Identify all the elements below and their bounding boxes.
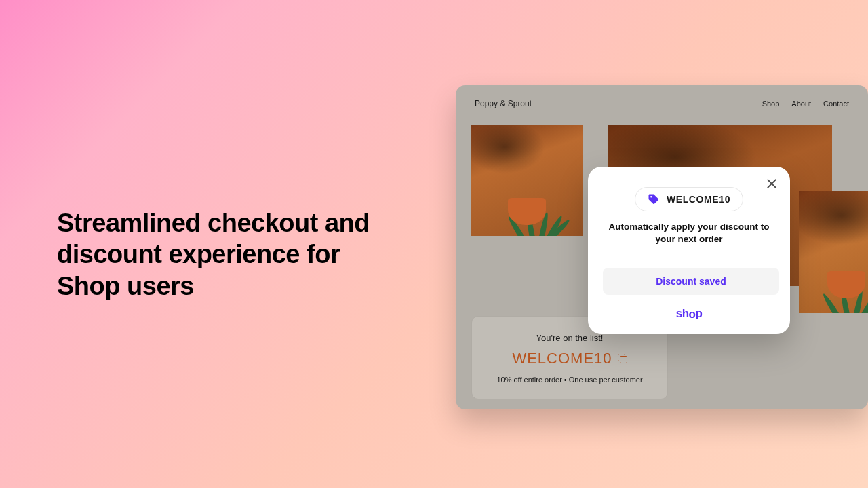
discount-chip: WELCOME10 [635, 187, 743, 211]
copy-icon[interactable] [618, 354, 627, 363]
nav-about[interactable]: About [791, 100, 811, 108]
product-tile[interactable] [799, 191, 868, 313]
confirmation-title: You're on the list! [481, 333, 658, 343]
divider [600, 258, 778, 258]
discount-saved-button[interactable]: Discount saved [603, 268, 779, 295]
product-tile[interactable] [471, 125, 583, 236]
confirmation-sub: 10% off entire order • One use per custo… [481, 375, 658, 384]
shop-logo: shop [603, 307, 775, 321]
store-brand: Poppy & Sprout [475, 99, 532, 108]
nav-contact[interactable]: Contact [823, 100, 849, 108]
svg-point-0 [650, 196, 652, 197]
store-nav: Shop About Contact [762, 100, 849, 108]
close-icon[interactable] [766, 178, 778, 190]
nav-shop[interactable]: Shop [762, 100, 780, 108]
storefront-header: Poppy & Sprout Shop About Contact [456, 85, 868, 118]
discount-chip-code: WELCOME10 [667, 194, 730, 205]
tag-icon [648, 193, 660, 205]
coupon-line: WELCOME10 [481, 350, 658, 367]
popup-description: Automatically apply your discount to you… [603, 221, 775, 245]
marketing-canvas: Streamlined checkout and discount experi… [0, 0, 868, 488]
headline: Streamlined checkout and discount experi… [57, 207, 410, 302]
coupon-code: WELCOME10 [512, 350, 612, 367]
discount-popup: WELCOME10 Automatically apply your disco… [588, 167, 790, 334]
